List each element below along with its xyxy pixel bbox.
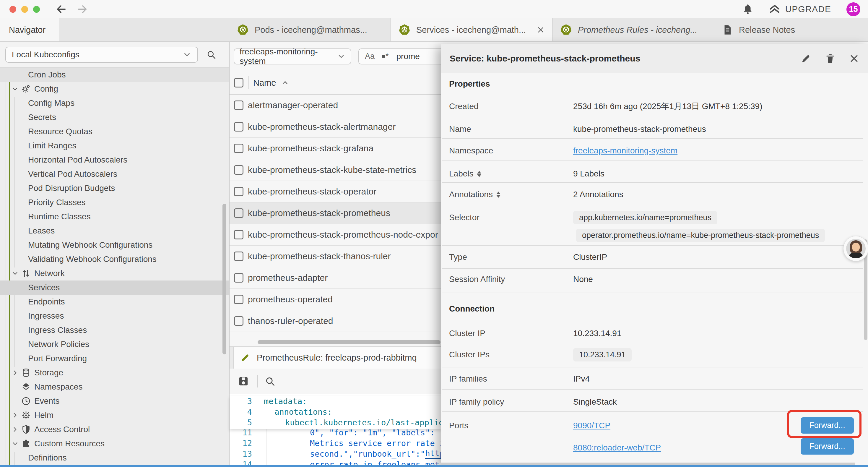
select-all-checkbox[interactable] <box>234 78 243 87</box>
search-icon[interactable] <box>265 376 275 387</box>
table-row[interactable]: kube-prometheus-stack-prometheus-node-ex… <box>229 224 441 245</box>
sidebar-item-services[interactable]: Services <box>0 281 229 295</box>
selector-chip[interactable]: operator.prometheus.io/name=kube-prometh… <box>576 229 825 242</box>
tab-pods[interactable]: Pods - icecheng@mathmas... <box>229 18 391 41</box>
horizontal-scrollbar[interactable] <box>258 340 440 344</box>
tab-prometheus-rules[interactable]: Prometheus Rules - icecheng... <box>553 18 714 41</box>
name-column-header[interactable]: Name <box>253 78 276 88</box>
tab-navigator[interactable]: Navigator <box>0 18 59 41</box>
sidebar-item-pod-disruption-budgets[interactable]: Pod Disruption Budgets <box>0 181 229 195</box>
table-row[interactable]: prometheus-operated <box>229 289 441 310</box>
table-row-selected[interactable]: kube-prometheus-stack-prometheus <box>229 202 441 224</box>
search-icon[interactable] <box>206 50 216 60</box>
table-row[interactable]: kube-prometheus-stack-grafana <box>229 138 441 159</box>
close-window-button[interactable] <box>9 6 16 13</box>
sidebar-group-custom-resources[interactable]: Custom Resources <box>0 437 229 451</box>
sidebar-item-config-maps[interactable]: Config Maps <box>0 96 229 110</box>
sidebar-item-ingresses[interactable]: Ingresses <box>0 309 229 323</box>
sidebar-group-network[interactable]: Network <box>0 266 229 281</box>
regex-toggle[interactable]: * <box>382 52 389 61</box>
sidebar-item-secrets[interactable]: Secrets <box>0 110 229 124</box>
search-input[interactable]: Aa * prome <box>359 49 451 64</box>
sidebar-item-network-policies[interactable]: Network Policies <box>0 337 229 351</box>
sidebar-item-ingress-classes[interactable]: Ingress Classes <box>0 323 229 337</box>
minimize-window-button[interactable] <box>21 6 28 13</box>
namespace-link[interactable]: freeleaps-monitoring-system <box>573 146 677 155</box>
table-row[interactable]: kube-prometheus-stack-kube-state-metrics <box>229 159 441 181</box>
row-checkbox[interactable] <box>234 295 243 304</box>
back-arrow-icon[interactable] <box>55 4 66 15</box>
edit-pencil-icon[interactable] <box>801 53 811 64</box>
sidebar-group-access-control[interactable]: Access Control <box>0 422 229 437</box>
port-link[interactable]: 9090/TCP <box>573 421 610 430</box>
sort-arrows-icon[interactable] <box>477 171 481 177</box>
sidebar-item-horizontal-pod-autoscalers[interactable]: Horizontal Pod Autoscalers <box>0 153 229 167</box>
notification-badge[interactable]: 15 <box>846 2 860 16</box>
sort-arrows-icon[interactable] <box>496 192 500 198</box>
sidebar-group-helm[interactable]: Helm <box>0 408 229 422</box>
namespace-row: Namespace freeleaps-monitoring-system <box>449 144 855 158</box>
close-icon[interactable] <box>849 54 859 63</box>
sidebar-item-priority-classes[interactable]: Priority Classes <box>0 195 229 209</box>
sidebar-item-definitions[interactable]: Definitions <box>0 451 229 465</box>
table-row[interactable]: prometheus-adapter <box>229 267 441 289</box>
row-checkbox[interactable] <box>234 208 243 218</box>
sort-ascending-icon[interactable] <box>281 78 289 87</box>
sidebar-group-storage[interactable]: Storage <box>0 366 229 380</box>
sidebar-item-cron-jobs[interactable]: Cron Jobs <box>0 68 229 82</box>
table-row[interactable]: kube-prometheus-stack-alertmanager <box>229 116 441 138</box>
details-header: Service: kube-prometheus-stack-prometheu… <box>441 44 868 73</box>
cluster-ip-chip[interactable]: 10.233.14.91 <box>573 348 632 361</box>
yaml-editor[interactable]: 110", "for": "1m", "labels": { "service"… <box>229 394 441 467</box>
table-row[interactable]: kube-prometheus-stack-operator <box>229 181 441 202</box>
delete-trash-icon[interactable] <box>825 53 836 64</box>
details-horizontal-scrollbar[interactable] <box>441 463 855 465</box>
name-row: Name kube-prometheus-stack-prometheus <box>449 122 855 136</box>
table-row[interactable]: kube-prometheus-stack-thanos-ruler <box>229 245 441 267</box>
labels-count[interactable]: 9 Labels <box>573 169 604 178</box>
row-checkbox[interactable] <box>234 273 243 283</box>
selector-chip[interactable]: app.kubernetes.io/name=prometheus <box>573 211 717 224</box>
forward-arrow-icon[interactable] <box>77 4 88 15</box>
port-link[interactable]: 8080:reloader-web/TCP <box>573 443 661 453</box>
annotations-count[interactable]: 2 Annotations <box>573 190 623 199</box>
sidebar-item-resource-quotas[interactable]: Resource Quotas <box>0 124 229 139</box>
upgrade-button[interactable]: UPGRADE <box>769 3 831 15</box>
row-checkbox[interactable] <box>234 252 243 261</box>
row-checkbox[interactable] <box>234 187 243 196</box>
row-checkbox[interactable] <box>234 122 243 132</box>
bell-icon[interactable] <box>742 4 753 15</box>
row-checkbox[interactable] <box>234 165 243 175</box>
row-checkbox[interactable] <box>234 144 243 153</box>
sidebar-item-limit-ranges[interactable]: Limit Ranges <box>0 139 229 153</box>
sidebar-group-config[interactable]: Config <box>0 82 229 96</box>
tab-release-notes[interactable]: Release Notes <box>714 18 868 41</box>
tab-services[interactable]: Services - icecheng@math... <box>391 18 553 41</box>
sidebar-item-validating-webhook-configurations[interactable]: Validating Webhook Configurations <box>0 252 229 266</box>
table-row[interactable]: alertmanager-operated <box>229 95 441 116</box>
sidebar-item-namespaces[interactable]: Namespaces <box>0 380 229 394</box>
sidebar-item-vertical-pod-autoscalers[interactable]: Vertical Pod Autoscalers <box>0 167 229 181</box>
sidebar-item-leases[interactable]: Leases <box>0 224 229 238</box>
sidebar-item-mutating-webhook-configurations[interactable]: Mutating Webhook Configurations <box>0 238 229 252</box>
tab-strip: Navigator Pods - icecheng@mathmas... Ser… <box>0 18 868 42</box>
row-divider <box>442 182 863 183</box>
editor-tab-prometheusrule[interactable]: PrometheusRule: freeleaps-prod-rabbitmq <box>234 347 448 369</box>
kubeconfig-select[interactable]: Local Kubeconfigs <box>5 47 198 63</box>
row-checkbox[interactable] <box>234 316 243 326</box>
namespace-select[interactable]: freeleaps-monitoring-system <box>234 49 351 64</box>
user-avatar[interactable] <box>843 236 868 261</box>
row-checkbox[interactable] <box>234 230 243 239</box>
forward-button[interactable]: Forward... <box>801 438 854 455</box>
row-checkbox[interactable] <box>234 100 243 110</box>
sidebar-item-events[interactable]: Events <box>0 394 229 408</box>
sidebar-scrollbar[interactable] <box>222 204 226 354</box>
save-button[interactable] <box>237 375 250 387</box>
sidebar-item-endpoints[interactable]: Endpoints <box>0 295 229 309</box>
sidebar-item-port-forwarding[interactable]: Port Forwarding <box>0 351 229 366</box>
maximize-window-button[interactable] <box>33 6 40 13</box>
close-tab-icon[interactable] <box>537 26 545 34</box>
sidebar-item-runtime-classes[interactable]: Runtime Classes <box>0 209 229 224</box>
table-row[interactable]: thanos-ruler-operated <box>229 310 441 332</box>
match-case-toggle[interactable]: Aa <box>365 52 375 61</box>
